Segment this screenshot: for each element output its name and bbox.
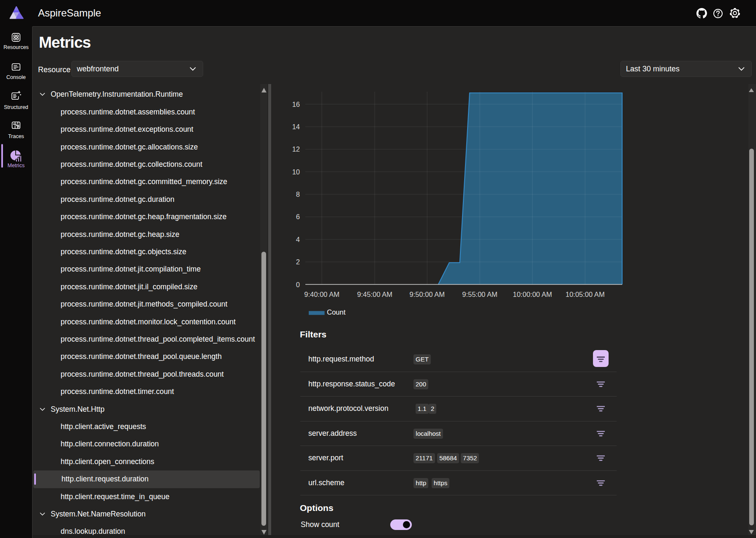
svg-text:14: 14 (292, 123, 300, 130)
svg-text:8: 8 (296, 190, 300, 198)
svg-text:0: 0 (296, 281, 300, 288)
svg-text:9:55:00 AM: 9:55:00 AM (462, 291, 497, 298)
svg-text:9:45:00 AM: 9:45:00 AM (357, 291, 392, 298)
svg-text:12: 12 (292, 145, 300, 153)
svg-text:6: 6 (296, 213, 300, 220)
svg-text:9:50:00 AM: 9:50:00 AM (410, 291, 445, 298)
svg-text:16: 16 (292, 101, 300, 108)
svg-text:10: 10 (292, 168, 300, 176)
svg-text:10:00:00 AM: 10:00:00 AM (513, 291, 552, 298)
svg-text:Count: Count (327, 308, 345, 316)
svg-text:4: 4 (296, 236, 300, 243)
svg-text:10:05:00 AM: 10:05:00 AM (566, 291, 605, 298)
svg-text:2: 2 (296, 258, 300, 266)
svg-text:9:40:00 AM: 9:40:00 AM (304, 291, 339, 298)
